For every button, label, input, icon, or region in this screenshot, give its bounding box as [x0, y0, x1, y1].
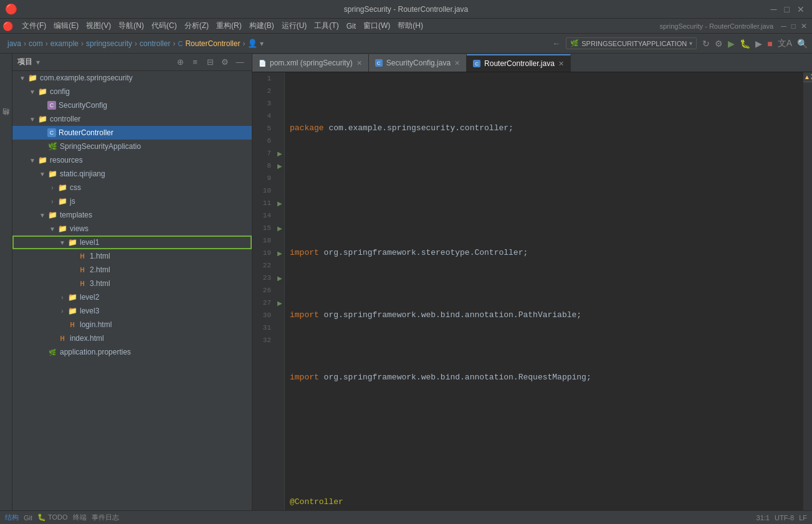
code-line-6	[285, 434, 803, 446]
tree-item-routercontroller[interactable]: C RouterController	[12, 126, 252, 140]
window-close[interactable]: ✕	[795, 4, 807, 14]
bottom-structure[interactable]: 结构	[5, 513, 19, 522]
tool-layout[interactable]: ≡	[188, 55, 202, 69]
bottom-todo[interactable]: 🐛 TODO	[37, 513, 67, 522]
bottom-bar: 结构 Git 🐛 TODO 终端 事件日志 31:1 UTF-8 LF	[0, 510, 812, 524]
breadcrumb-springsecurity[interactable]: springsecurity	[86, 39, 132, 48]
bottom-git[interactable]: Git	[24, 514, 32, 522]
breadcrumb-routercontroller[interactable]: RouterController	[185, 39, 240, 48]
tree-item-templates[interactable]: ▼ 📁 templates	[12, 208, 252, 222]
tree-item-js[interactable]: › 📁 js	[12, 194, 252, 208]
breadcrumb-java[interactable]: java	[7, 39, 21, 48]
tab-close-pom[interactable]: ✕	[356, 59, 362, 67]
minimize-icon[interactable]: ─	[778, 22, 789, 31]
run-gutter-8[interactable]: ▶	[277, 163, 282, 169]
tree-item-com-example[interactable]: ▼ 📁 com.example.springsecurity	[12, 71, 252, 85]
tree-item-controller[interactable]: ▼ 📁 controller	[12, 112, 252, 126]
menu-git[interactable]: Git	[343, 21, 360, 32]
tab-router[interactable]: C RouterController.java ✕	[467, 54, 571, 72]
close-icon[interactable]: ✕	[798, 22, 810, 31]
tab-pom[interactable]: 📄 pom.xml (springSecurity) ✕	[252, 54, 369, 72]
tree-item-static[interactable]: ▼ 📁 static.qinjiang	[12, 167, 252, 181]
app-icon: 🔴	[2, 21, 13, 31]
project-dropdown-icon[interactable]: ▾	[36, 58, 40, 67]
run-gutter-19[interactable]: ▶	[277, 250, 282, 257]
menu-analyze[interactable]: 分析(Z)	[181, 19, 213, 32]
tree-item-views[interactable]: ▼ 📁 views	[12, 222, 252, 236]
menu-navigate[interactable]: 导航(N)	[115, 19, 148, 32]
props-icon-appprops: 🌿	[47, 347, 57, 357]
folder-icon-level3: 📁	[67, 306, 77, 316]
label-com-example: com.example.springsecurity	[40, 74, 133, 82]
menu-edit[interactable]: 编辑(E)	[50, 19, 82, 32]
menu-view[interactable]: 视图(V)	[82, 19, 115, 32]
tree-item-3html[interactable]: H 3.html	[12, 277, 252, 290]
tree-item-appprops[interactable]: 🌿 application.properties	[12, 345, 252, 359]
debug-icon[interactable]: 🐛	[738, 39, 752, 49]
tree-item-2html[interactable]: H 2.html	[12, 263, 252, 277]
tab-close-secconfig[interactable]: ✕	[454, 59, 460, 67]
label-2html: 2.html	[90, 265, 110, 274]
left-vertical-panel: 结构	[0, 54, 12, 510]
maximize-icon[interactable]: □	[789, 22, 798, 31]
tree-item-loginhtml[interactable]: H login.html	[12, 318, 252, 331]
run-config[interactable]: 🌿 SPRINGSECURITYAPPLICATION ▾	[566, 37, 697, 49]
tree-item-css[interactable]: › 📁 css	[12, 181, 252, 194]
run-gutter-15[interactable]: ▶	[277, 225, 282, 232]
folder-icon-level1: 📁	[67, 237, 77, 247]
search-icon[interactable]: 🔍	[795, 39, 810, 49]
menu-refactor[interactable]: 重构(R)	[213, 19, 246, 32]
menu-help[interactable]: 帮助(H)	[394, 19, 427, 32]
menu-code[interactable]: 代码(C)	[148, 19, 181, 32]
tool-sync[interactable]: ⊕	[173, 55, 187, 69]
bottom-event-log[interactable]: 事件日志	[92, 513, 119, 522]
window-minimize[interactable]: ─	[768, 4, 780, 14]
build-icon[interactable]: ⚙	[713, 39, 725, 49]
title-text: springSecurity - RouterController.java	[659, 22, 773, 30]
run-gutter-11[interactable]: ▶	[277, 200, 282, 207]
tree-item-resources[interactable]: ▼ 📁 resources	[12, 153, 252, 167]
breadcrumb-user-icon[interactable]: 👤	[247, 39, 257, 48]
tree-item-level2[interactable]: › 📁 level2	[12, 290, 252, 304]
run-gutter-7[interactable]: ▶	[277, 150, 282, 157]
arrow-config: ▼	[27, 88, 37, 95]
bottom-terminal[interactable]: 终端	[73, 513, 87, 522]
tree-item-1html[interactable]: H 1.html	[12, 249, 252, 263]
tree-item-indexhtml[interactable]: H index.html	[12, 331, 252, 345]
tabs-bar: 📄 pom.xml (springSecurity) ✕ C SecurityC…	[252, 54, 812, 72]
code-content[interactable]: package com.example.springsecurity.contr…	[285, 72, 803, 510]
toolbar-navigate-back[interactable]: ←	[550, 39, 562, 48]
tab-close-router[interactable]: ✕	[558, 60, 564, 68]
tool-settings[interactable]: ⚙	[218, 55, 232, 69]
java-icon-routercontroller: C	[47, 128, 56, 137]
project-tools: ⊕ ≡ ⊟ ⚙ —	[173, 55, 247, 69]
breadcrumb-controller[interactable]: controller	[140, 39, 170, 48]
breadcrumb-com[interactable]: com	[29, 39, 43, 48]
menu-file[interactable]: 文件(F)	[18, 19, 50, 32]
menu-window[interactable]: 窗口(W)	[360, 19, 394, 32]
structure-tab[interactable]: 结构	[0, 116, 12, 126]
arrow-controller: ▼	[27, 116, 37, 123]
stop-icon[interactable]: ■	[765, 39, 774, 49]
menu-tools[interactable]: 工具(T)	[310, 19, 342, 32]
menu-run[interactable]: 运行(U)	[278, 19, 311, 32]
tool-minimize[interactable]: —	[233, 55, 247, 69]
run-icon[interactable]: ▶	[726, 39, 737, 49]
tree-item-securityconfig[interactable]: C SecurityConfig	[12, 98, 252, 112]
tree-item-level3[interactable]: › 📁 level3	[12, 304, 252, 318]
tree-item-config[interactable]: ▼ 📁 config	[12, 85, 252, 98]
run-config-dropdown[interactable]: ▾	[689, 40, 692, 47]
tree-item-springapp[interactable]: 🌿 SpringSecurityApplicatio	[12, 140, 252, 153]
translate-icon[interactable]: 文A	[776, 38, 794, 49]
tree-item-level1[interactable]: ▼ 📁 level1	[12, 236, 252, 249]
run-with-coverage[interactable]: ▶	[753, 39, 764, 49]
menu-build[interactable]: 构建(B)	[246, 19, 278, 32]
breadcrumb-example[interactable]: example	[50, 39, 79, 48]
tab-secconfig[interactable]: C SecurityConfig.java ✕	[369, 54, 467, 72]
tool-collapse[interactable]: ⊟	[203, 55, 217, 69]
project-panel: 项目 ▾ ⊕ ≡ ⊟ ⚙ — ▼ 📁 com.example.springsec…	[12, 54, 252, 510]
run-gutter-23[interactable]: ▶	[277, 275, 282, 282]
run-gutter-27[interactable]: ▶	[277, 300, 282, 307]
window-maximize[interactable]: □	[782, 4, 792, 14]
refresh-icon[interactable]: ↻	[700, 39, 712, 49]
